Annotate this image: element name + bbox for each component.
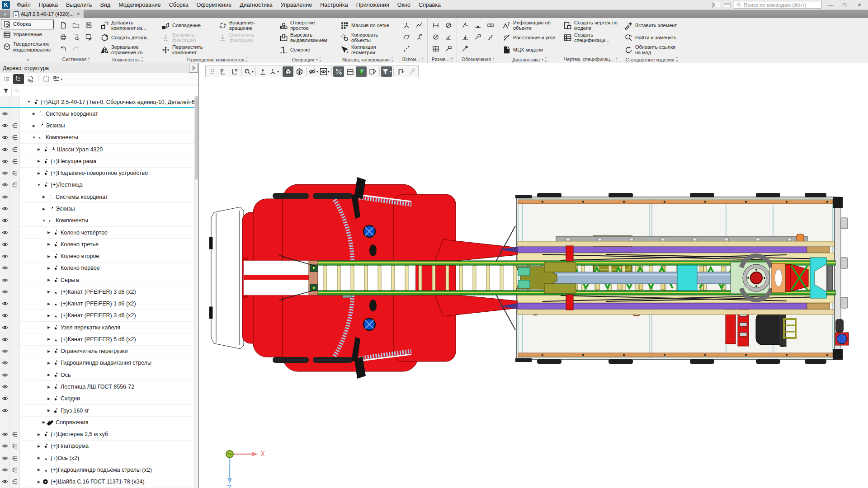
print-preview-button[interactable] xyxy=(70,32,82,42)
find-replace-button[interactable]: Найти и заменить xyxy=(623,32,680,44)
aux-plane-button[interactable] xyxy=(401,32,412,42)
image-quality-button[interactable] xyxy=(356,66,367,77)
section-cell[interactable] xyxy=(10,310,20,321)
expand-icon[interactable]: ▶ xyxy=(41,420,47,424)
tree-row[interactable]: ▶(+)Канат (PFEIFER) 1 d6 (x2) xyxy=(0,298,198,310)
expand-icon[interactable]: ▶ xyxy=(36,159,42,163)
ribbon-group-label[interactable]: Чертеж, спецификац... xyxy=(562,55,619,63)
section-cell[interactable]: ∈ xyxy=(10,120,20,131)
grid-pattern-button[interactable]: Массив по сетке xyxy=(339,19,396,32)
section-cell[interactable] xyxy=(10,417,20,428)
ribbon-group-label[interactable]: Системная xyxy=(57,55,95,63)
ribbon-group-label[interactable]: Обозначения xyxy=(459,55,497,63)
platform-rail-top[interactable] xyxy=(518,200,833,204)
section-cell[interactable]: ∈ xyxy=(10,452,20,464)
menu-8[interactable]: Управление xyxy=(277,1,316,9)
tree-row[interactable]: ▶(+)Канат (PFEIFER) 3 d8 (x2) xyxy=(0,286,198,298)
expand-icon[interactable]: ▶ xyxy=(36,432,42,436)
visibility-cell[interactable] xyxy=(0,428,10,440)
mate-coincident-button[interactable]: Совпадение xyxy=(160,19,217,32)
expand-icon[interactable]: ▶ xyxy=(46,408,52,413)
tree-row[interactable]: ∈▶(+)Несущая рама xyxy=(0,155,198,167)
clip-box-button[interactable] xyxy=(344,66,355,77)
geometry-collection-button[interactable]: Коллекция геометрии xyxy=(339,44,396,56)
visibility-cell[interactable] xyxy=(0,417,10,428)
section-cell[interactable]: ∈ xyxy=(10,168,20,179)
tree-scroll-thumb[interactable] xyxy=(195,96,198,180)
expand-icon[interactable]: ▶ xyxy=(41,207,47,211)
tree-row[interactable]: ▶Груз 160 кг xyxy=(0,405,198,417)
section-cell[interactable] xyxy=(10,239,20,250)
visibility-cell[interactable] xyxy=(0,333,10,345)
tree-search[interactable] xyxy=(12,88,198,94)
visibility-cell[interactable] xyxy=(0,168,10,179)
visibility-cell[interactable] xyxy=(0,250,10,262)
carriage-block[interactable] xyxy=(677,265,697,291)
undo-button[interactable] xyxy=(57,43,69,54)
expand-icon[interactable]: ▼ xyxy=(26,100,32,104)
new-tab-button[interactable]: + xyxy=(0,10,10,18)
redo-button[interactable] xyxy=(70,43,82,54)
mass-properties-button[interactable]: МЦХ модели xyxy=(501,44,558,56)
tree-row[interactable]: ▶Серьга xyxy=(0,274,198,286)
visibility-cell[interactable] xyxy=(0,108,10,119)
restore-button[interactable] xyxy=(839,1,851,9)
section-cell[interactable] xyxy=(10,405,20,416)
save-button[interactable] xyxy=(83,20,94,31)
aux-polyline-button[interactable] xyxy=(413,20,425,31)
ribbon-group-label[interactable]: Стандартные изделия xyxy=(623,56,680,63)
section-cell[interactable]: ∈ xyxy=(10,179,20,191)
copy-objects-button[interactable]: Копировать объекты xyxy=(339,32,396,44)
model-view[interactable]: X Z xyxy=(199,63,868,488)
document-tab[interactable]: АЦЛ 2,5-40-17 (4320)... × xyxy=(10,10,84,18)
layout-left-icon[interactable] xyxy=(712,2,720,8)
ribbon-group-label[interactable]: Размещение компонентов xyxy=(160,56,274,63)
tree-settings-button[interactable] xyxy=(189,64,198,73)
menu-2[interactable]: Выделить xyxy=(62,1,96,9)
expand-icon[interactable]: ▶ xyxy=(36,468,42,472)
group-handle-icon[interactable] xyxy=(392,57,393,62)
hide-objects-button[interactable]: ▾ xyxy=(308,66,319,77)
expand-icon[interactable]: ▶ xyxy=(46,254,52,258)
open-document-button[interactable] xyxy=(70,20,82,31)
ribbon-group-label[interactable]: Операции▾ xyxy=(278,56,335,63)
visibility-cell[interactable] xyxy=(0,441,10,452)
dim-auto-button[interactable] xyxy=(430,20,442,31)
view-relations-button[interactable] xyxy=(25,74,36,84)
section-cell[interactable] xyxy=(10,381,20,392)
group-handle-icon[interactable] xyxy=(545,57,547,62)
orientation-button[interactable]: ▾ xyxy=(269,66,279,77)
visibility-cell[interactable] xyxy=(0,476,10,488)
enable-fix-button[interactable]: Включить фиксацию xyxy=(160,32,217,44)
visibility-cell[interactable] xyxy=(0,120,10,131)
tree-row[interactable]: ▶Колено первое xyxy=(0,263,198,274)
expand-icon[interactable]: ▶ xyxy=(41,195,47,199)
tree-row[interactable]: ▶Колено третье xyxy=(0,239,198,250)
expand-icon[interactable]: ▶ xyxy=(46,266,52,270)
tree-row[interactable]: ▶(+)Канат (PFEIFER) 5 d6 (x2) xyxy=(0,333,198,345)
section-cell[interactable]: ∈ xyxy=(10,464,20,475)
menu-4[interactable]: Моделирование xyxy=(114,1,165,9)
tree-row[interactable]: ▶Системы координат xyxy=(0,191,198,203)
ribbon-group-label[interactable]: Диагностика▾ xyxy=(501,56,558,63)
expand-icon[interactable]: ▶ xyxy=(36,444,42,448)
command-search[interactable] xyxy=(734,1,822,9)
dim-radial-button[interactable] xyxy=(443,20,454,31)
expand-icon[interactable]: ▼ xyxy=(41,219,47,223)
ladder-heel-block[interactable] xyxy=(810,258,826,298)
group-handle-icon[interactable] xyxy=(246,57,247,62)
show-all-button[interactable]: ▾ xyxy=(319,66,330,77)
section-cell[interactable] xyxy=(10,250,20,262)
visibility-cell[interactable] xyxy=(0,346,10,357)
menu-0[interactable]: Файл xyxy=(13,1,35,9)
aux-local-cs-button[interactable] xyxy=(413,32,425,42)
section-cell[interactable]: ∈ xyxy=(10,144,20,155)
ribbon-mode-2[interactable]: Твердотельное моделирование xyxy=(1,40,54,54)
aux-axis-line-button[interactable] xyxy=(401,43,412,54)
section-cell[interactable]: ∈ xyxy=(10,155,20,167)
expand-icon[interactable]: ▶ xyxy=(46,361,52,365)
normal-to-button[interactable] xyxy=(229,66,240,77)
tree-row[interactable]: ▶Системы координат xyxy=(0,108,198,120)
visibility-cell[interactable] xyxy=(0,452,10,464)
section-cell[interactable]: ∈ xyxy=(10,441,20,452)
